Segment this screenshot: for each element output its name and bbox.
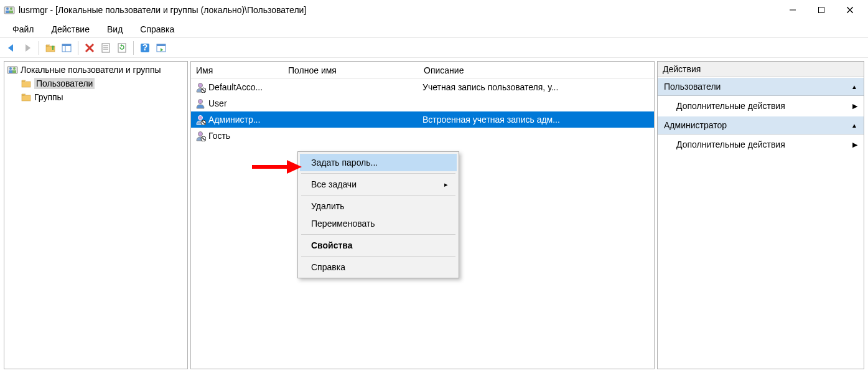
chevron-right-icon: ▸: [444, 181, 448, 189]
context-delete-label: Удалить: [311, 201, 344, 211]
context-separator: [301, 234, 455, 235]
cell-description: нная учетная запись для ...: [422, 131, 654, 141]
tree-pane: Локальные пользователи и группы Пользова…: [4, 61, 188, 369]
context-delete[interactable]: Удалить: [300, 197, 457, 215]
action-group-users[interactable]: Пользователи ▲: [658, 77, 864, 96]
actions-pane: Действия Пользователи ▲ Дополнительные д…: [657, 61, 864, 369]
context-help-label: Справка: [311, 262, 345, 272]
svg-point-2: [10, 7, 12, 10]
cell-description: Встроенная учетная запись адм...: [422, 115, 560, 125]
user-icon: [195, 98, 206, 109]
properties-button[interactable]: [98, 40, 113, 55]
tree-users-label: Пользователи: [34, 78, 95, 89]
show-hide-action-pane-button[interactable]: [154, 40, 169, 55]
close-button[interactable]: [836, 1, 864, 19]
svg-rect-29: [22, 82, 30, 87]
svg-text:?: ?: [142, 42, 148, 52]
svg-point-36: [198, 132, 203, 136]
menu-help[interactable]: Справка: [131, 22, 183, 37]
action-group-admin[interactable]: Администратор ▲: [658, 116, 864, 135]
column-header-description[interactable]: Описание: [419, 62, 654, 78]
svg-point-31: [198, 83, 203, 88]
cell-name: DefaultAcco...: [208, 82, 263, 92]
context-separator: [301, 173, 455, 174]
context-separator: [301, 256, 455, 257]
svg-rect-27: [9, 70, 12, 73]
svg-rect-6: [819, 7, 824, 13]
back-button[interactable]: [4, 40, 19, 55]
context-separator: [301, 195, 455, 196]
tree-groups-label: Группы: [34, 92, 63, 102]
chevron-right-icon: ▶: [852, 102, 857, 110]
cell-name: Гость: [208, 131, 230, 141]
svg-rect-3: [6, 11, 9, 13]
context-rename-label: Переименовать: [311, 219, 375, 229]
user-disabled-icon: [195, 130, 206, 141]
toolbar: ?: [0, 39, 868, 57]
list-header: Имя Полное имя Описание: [191, 62, 654, 79]
action-group-users-label: Пользователи: [664, 82, 721, 92]
annotation-arrow-icon: [252, 159, 302, 175]
tree-root[interactable]: Локальные пользователи и группы: [6, 63, 186, 77]
cell-name: User: [208, 98, 227, 108]
collapse-up-icon: ▲: [851, 83, 857, 90]
column-header-fullname[interactable]: Полное имя: [283, 62, 419, 78]
context-set-password-label: Задать пароль...: [311, 158, 378, 168]
svg-point-26: [13, 67, 16, 70]
cell-name: Администр...: [208, 115, 260, 125]
action-more-admin-label: Дополнительные действия: [676, 139, 785, 149]
context-all-tasks-label: Все задачи: [311, 179, 357, 189]
tree-root-label: Локальные пользователи и группы: [21, 65, 161, 75]
svg-point-1: [6, 7, 9, 10]
delete-button[interactable]: [82, 40, 97, 55]
svg-rect-4: [9, 11, 13, 13]
maximize-button[interactable]: [807, 1, 836, 19]
svg-marker-39: [287, 160, 302, 174]
app-icon: [4, 4, 15, 16]
svg-rect-30: [22, 95, 30, 101]
list-row-administrator[interactable]: Администр... Встроенная учетная запись а…: [191, 111, 654, 128]
svg-rect-23: [157, 44, 166, 46]
menu-view[interactable]: Вид: [98, 22, 131, 37]
svg-rect-11: [62, 44, 71, 46]
menu-file[interactable]: Файл: [4, 22, 42, 37]
menu-bar: Файл Действие Вид Справка: [0, 20, 868, 37]
column-header-name[interactable]: Имя: [191, 62, 283, 78]
window-titlebar: lusrmgr - [Локальные пользователи и груп…: [0, 0, 868, 20]
list-row-guest[interactable]: Гость нная учетная запись для ...: [191, 128, 654, 144]
list-row-user[interactable]: User: [191, 95, 654, 111]
chevron-right-icon: ▶: [852, 141, 857, 149]
context-properties-label: Свойства: [311, 240, 353, 250]
collapse-up-icon: ▲: [851, 122, 857, 129]
context-rename[interactable]: Переименовать: [300, 215, 457, 232]
show-hide-tree-button[interactable]: [59, 40, 74, 55]
svg-point-34: [198, 116, 203, 120]
tree-item-users[interactable]: Пользователи: [6, 77, 186, 90]
context-all-tasks[interactable]: Все задачи ▸: [300, 176, 457, 193]
action-group-admin-label: Администратор: [664, 120, 727, 130]
context-help[interactable]: Справка: [300, 258, 457, 276]
svg-point-25: [9, 67, 12, 70]
actions-pane-header: Действия: [658, 62, 864, 77]
help-button[interactable]: ?: [138, 40, 152, 55]
users-groups-icon: [7, 64, 18, 75]
user-disabled-icon: [195, 114, 206, 125]
svg-point-33: [198, 100, 203, 104]
folder-icon: [21, 92, 32, 103]
list-row-defaultaccount[interactable]: DefaultAcco... Учетная запись пользовате…: [191, 79, 654, 95]
tree-item-groups[interactable]: Группы: [6, 90, 186, 104]
up-button[interactable]: [43, 40, 58, 55]
user-disabled-icon: [195, 82, 206, 93]
window-title: lusrmgr - [Локальные пользователи и груп…: [19, 5, 306, 15]
context-set-password[interactable]: Задать пароль...: [300, 154, 457, 171]
svg-rect-15: [102, 44, 110, 52]
minimize-button[interactable]: [778, 1, 807, 19]
svg-rect-28: [12, 70, 16, 73]
menu-action[interactable]: Действие: [42, 22, 98, 37]
refresh-button[interactable]: [114, 40, 129, 55]
context-properties[interactable]: Свойства: [300, 237, 457, 254]
cell-description: Учетная запись пользователя, у...: [422, 82, 558, 92]
action-more-users[interactable]: Дополнительные действия ▶: [658, 96, 864, 116]
forward-button[interactable]: [20, 40, 35, 55]
action-more-admin[interactable]: Дополнительные действия ▶: [658, 135, 864, 154]
